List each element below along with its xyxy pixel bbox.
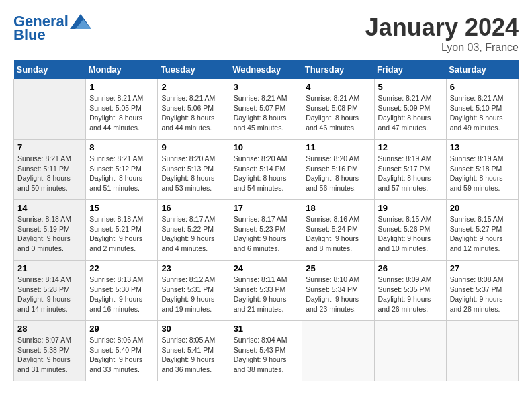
day-number: 31 — [234, 324, 299, 334]
day-info-line: Sunset: 5:05 PM — [89, 103, 154, 113]
day-info-line: Sunset: 5:30 PM — [89, 285, 154, 295]
day-cell: 3Sunrise: 8:21 AMSunset: 5:07 PMDaylight… — [230, 79, 302, 140]
day-info-line: and 2 minutes. — [89, 244, 154, 254]
day-info-line: Sunset: 5:31 PM — [161, 285, 226, 295]
day-info-line: Sunset: 5:27 PM — [450, 224, 515, 234]
day-info-line: Sunset: 5:38 PM — [17, 345, 82, 355]
day-info-line: Sunset: 5:11 PM — [17, 164, 82, 174]
day-info-line: Sunrise: 8:19 AM — [378, 154, 443, 164]
day-info-line: and 49 minutes. — [450, 123, 515, 133]
day-number: 29 — [89, 324, 154, 334]
week-row-4: 21Sunrise: 8:14 AMSunset: 5:28 PMDayligh… — [14, 261, 519, 321]
day-info-line: Sunset: 5:10 PM — [450, 103, 515, 113]
week-row-2: 7Sunrise: 8:21 AMSunset: 5:11 PMDaylight… — [14, 140, 519, 200]
day-info-line: and 46 minutes. — [306, 123, 370, 133]
day-info-line: Daylight: 8 hours — [89, 113, 154, 123]
day-info-line: Daylight: 9 hours — [17, 294, 82, 304]
day-info-line: Sunset: 5:07 PM — [234, 103, 299, 113]
day-cell: 15Sunrise: 8:18 AMSunset: 5:21 PMDayligh… — [86, 200, 158, 261]
day-info-line: and 36 minutes. — [161, 365, 226, 375]
day-info-line: and 50 minutes. — [17, 183, 82, 193]
day-cell — [302, 321, 374, 381]
day-info-line: Daylight: 9 hours — [234, 355, 299, 365]
day-number: 1 — [89, 82, 154, 92]
day-info-line: Sunrise: 8:04 AM — [234, 335, 299, 345]
day-info-line: Sunrise: 8:14 AM — [17, 275, 82, 285]
day-info-line: Daylight: 8 hours — [306, 113, 370, 123]
day-info-line: and 56 minutes. — [306, 183, 370, 193]
day-info-line: Sunrise: 8:20 AM — [161, 154, 226, 164]
day-number: 22 — [89, 263, 154, 273]
day-number: 9 — [161, 142, 226, 152]
day-info-line: Sunset: 5:13 PM — [161, 164, 226, 174]
day-info-line: Sunrise: 8:20 AM — [306, 154, 370, 164]
day-cell: 19Sunrise: 8:15 AMSunset: 5:26 PMDayligh… — [374, 200, 446, 261]
day-number: 11 — [306, 142, 370, 152]
logo-icon — [70, 14, 91, 29]
location-text: Lyon 03, France — [365, 42, 519, 54]
logo: General Blue — [13, 13, 91, 43]
day-info-line: and 38 minutes. — [234, 365, 299, 375]
day-info-line: Sunrise: 8:05 AM — [161, 335, 226, 345]
day-cell: 29Sunrise: 8:06 AMSunset: 5:40 PMDayligh… — [86, 321, 158, 381]
day-number: 30 — [161, 324, 226, 334]
day-cell: 31Sunrise: 8:04 AMSunset: 5:43 PMDayligh… — [230, 321, 302, 381]
day-info-line: Sunrise: 8:16 AM — [306, 214, 370, 224]
weekday-header-row: SundayMondayTuesdayWednesdayThursdayFrid… — [14, 60, 519, 79]
day-info-line: Sunrise: 8:21 AM — [89, 154, 154, 164]
day-number: 18 — [306, 203, 370, 213]
day-number: 2 — [161, 82, 226, 92]
day-info-line: Daylight: 9 hours — [17, 234, 82, 244]
day-number: 19 — [378, 203, 443, 213]
day-info-line: Sunset: 5:37 PM — [450, 285, 515, 295]
day-info-line: Sunset: 5:19 PM — [17, 224, 82, 234]
day-cell: 28Sunrise: 8:07 AMSunset: 5:38 PMDayligh… — [14, 321, 86, 381]
day-number: 12 — [378, 142, 443, 152]
day-info-line: and 44 minutes. — [161, 123, 226, 133]
day-number: 6 — [450, 82, 515, 92]
day-info-line: and 54 minutes. — [234, 183, 299, 193]
day-info-line: Sunset: 5:09 PM — [378, 103, 443, 113]
day-info-line: Daylight: 8 hours — [450, 113, 515, 123]
day-info-line: Sunrise: 8:07 AM — [17, 335, 82, 345]
day-cell: 27Sunrise: 8:08 AMSunset: 5:37 PMDayligh… — [446, 261, 518, 321]
day-info-line: Sunset: 5:24 PM — [306, 224, 370, 234]
day-info-line: Sunset: 5:28 PM — [17, 285, 82, 295]
day-cell: 10Sunrise: 8:20 AMSunset: 5:14 PMDayligh… — [230, 140, 302, 200]
day-info-line: Daylight: 9 hours — [450, 234, 515, 244]
day-number: 14 — [17, 203, 82, 213]
day-number: 26 — [378, 263, 443, 273]
day-number: 13 — [450, 142, 515, 152]
day-info-line: and 28 minutes. — [450, 304, 515, 314]
day-info-line: Daylight: 8 hours — [378, 113, 443, 123]
day-cell: 11Sunrise: 8:20 AMSunset: 5:16 PMDayligh… — [302, 140, 374, 200]
week-row-5: 28Sunrise: 8:07 AMSunset: 5:38 PMDayligh… — [14, 321, 519, 381]
day-info-line: Sunrise: 8:18 AM — [17, 214, 82, 224]
day-info-line: Daylight: 9 hours — [89, 234, 154, 244]
day-info-line: Sunrise: 8:21 AM — [450, 93, 515, 103]
title-block: January 2024 Lyon 03, France — [365, 13, 519, 54]
day-cell: 16Sunrise: 8:17 AMSunset: 5:22 PMDayligh… — [158, 200, 230, 261]
day-info-line: Daylight: 8 hours — [450, 173, 515, 183]
day-info-line: and 14 minutes. — [17, 304, 82, 314]
day-info-line: and 19 minutes. — [161, 304, 226, 314]
day-number: 28 — [17, 324, 82, 334]
day-info-line: Sunset: 5:18 PM — [450, 164, 515, 174]
day-cell: 21Sunrise: 8:14 AMSunset: 5:28 PMDayligh… — [14, 261, 86, 321]
day-cell: 13Sunrise: 8:19 AMSunset: 5:18 PMDayligh… — [446, 140, 518, 200]
day-info-line: Daylight: 9 hours — [450, 294, 515, 304]
weekday-header-tuesday: Tuesday — [158, 60, 230, 79]
day-cell: 24Sunrise: 8:11 AMSunset: 5:33 PMDayligh… — [230, 261, 302, 321]
day-number: 7 — [17, 142, 82, 152]
day-cell: 6Sunrise: 8:21 AMSunset: 5:10 PMDaylight… — [446, 79, 518, 140]
day-cell: 4Sunrise: 8:21 AMSunset: 5:08 PMDaylight… — [302, 79, 374, 140]
day-info-line: Daylight: 9 hours — [378, 294, 443, 304]
day-cell: 30Sunrise: 8:05 AMSunset: 5:41 PMDayligh… — [158, 321, 230, 381]
day-info-line: and 16 minutes. — [89, 304, 154, 314]
day-cell: 18Sunrise: 8:16 AMSunset: 5:24 PMDayligh… — [302, 200, 374, 261]
day-number: 25 — [306, 263, 370, 273]
day-info-line: Sunrise: 8:10 AM — [306, 275, 370, 285]
day-info-line: Daylight: 9 hours — [161, 234, 226, 244]
day-info-line: Sunset: 5:43 PM — [234, 345, 299, 355]
day-info-line: Sunset: 5:08 PM — [306, 103, 370, 113]
